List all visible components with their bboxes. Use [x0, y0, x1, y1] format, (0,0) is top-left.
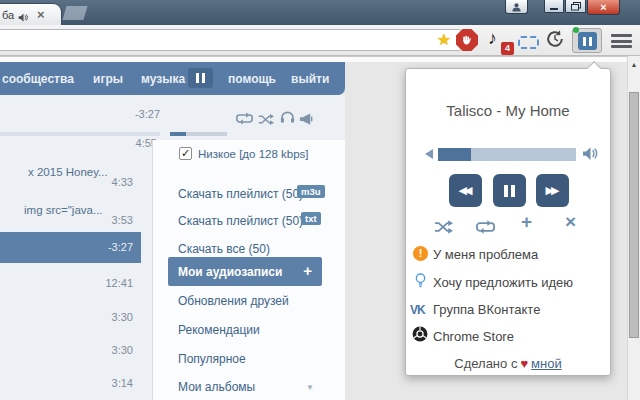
track-title[interactable]: x 2015 Honey...	[28, 166, 108, 178]
menu-item-my-albums[interactable]: Мои альбомы	[178, 380, 255, 394]
browser-toolbar: ★ ♪ 4	[0, 25, 640, 56]
pause-button[interactable]	[493, 174, 526, 207]
music-downloader-extension-icon[interactable]: ♪	[488, 28, 497, 49]
menu-item-recommendations[interactable]: Рекомендации	[178, 323, 260, 337]
forward-button[interactable]: ▶▶	[536, 174, 569, 207]
restore-icon	[571, 2, 581, 11]
browser-tab[interactable]: ба ×	[0, 3, 62, 26]
heart-icon: ♥	[517, 356, 531, 371]
track-duration: 4:33	[112, 176, 133, 188]
menu-item-label: Мои аудиозаписи	[178, 265, 282, 279]
player-time-remaining: -3:27	[135, 108, 160, 120]
browser-menu-button[interactable]	[611, 34, 632, 48]
refresh-checker-extension-icon[interactable]	[545, 29, 565, 53]
popup-footer: Сделано с♥мной	[406, 356, 610, 371]
playing-track-row[interactable]: -3:27	[0, 232, 141, 263]
track-duration: 3:14	[112, 377, 133, 389]
nav-item-help[interactable]: помощь	[228, 72, 276, 86]
page-scrollbar[interactable]: ▲	[627, 56, 640, 400]
volume-fill	[170, 132, 186, 136]
menu-item-popular[interactable]: Популярное	[178, 352, 246, 366]
tab-close-icon[interactable]: ×	[37, 7, 45, 22]
extension-badge: 4	[501, 42, 514, 55]
badge-m3u[interactable]: m3u	[297, 185, 325, 198]
menu-item-my-audio[interactable]: Мои аудиозаписи +	[168, 257, 322, 286]
scrollbar-thumb[interactable]	[629, 92, 639, 338]
volume-down-icon[interactable]	[425, 149, 433, 159]
track-duration: 3:53	[112, 214, 133, 226]
scroll-up-icon[interactable]: ▲	[628, 61, 640, 68]
bookmark-star-icon[interactable]: ★	[437, 30, 451, 49]
repeat-icon[interactable]	[476, 219, 495, 239]
menu-item-friends-updates[interactable]: Обновления друзей	[178, 294, 289, 308]
close-window-button[interactable]: ×	[587, 0, 620, 15]
vk-icon: VK	[410, 303, 425, 317]
window-titlebar: ба × ×	[0, 0, 640, 25]
forward-icon: ▶▶	[546, 184, 560, 197]
screenshot-extension-icon[interactable]	[518, 36, 539, 49]
playlist: 4:55 x 2015 Honey... 4:33 img src="java.…	[0, 140, 160, 400]
volume-fill	[438, 148, 471, 161]
headphones-icon[interactable]	[280, 110, 295, 128]
pause-icon	[504, 185, 508, 197]
player-progress-bar[interactable]	[0, 132, 160, 136]
chrome-icon	[412, 326, 428, 346]
warning-icon: !	[413, 246, 428, 261]
restore-button[interactable]	[565, 0, 586, 13]
track-title[interactable]: img src="java...	[24, 204, 103, 216]
footer-link[interactable]: мной	[531, 356, 562, 371]
menu-item-download-playlist-txt[interactable]: Скачать плейлист (50)	[178, 214, 303, 228]
broadcast-icon[interactable]	[299, 111, 314, 129]
person-icon	[511, 2, 522, 12]
profile-button[interactable]	[505, 0, 528, 14]
link-chrome-store[interactable]: Chrome Store	[433, 329, 514, 344]
rewind-button[interactable]: ◀◀	[449, 174, 482, 207]
shuffle-icon[interactable]	[258, 112, 274, 130]
vk-nav-bar: сообщества игры музыка помощь выйти	[0, 62, 345, 95]
badge-txt[interactable]: txt	[301, 212, 321, 225]
track-duration: 3:30	[112, 311, 133, 323]
idea-icon	[415, 272, 426, 293]
track-duration: 3:30	[112, 344, 133, 356]
close-icon[interactable]: ×	[565, 211, 576, 233]
link-vk-group[interactable]: Группа ВКонтакте	[433, 302, 540, 317]
quality-checkbox[interactable]: ✓	[179, 147, 192, 160]
shuffle-icon[interactable]	[434, 220, 453, 238]
track-time-remaining: -3:27	[108, 241, 133, 253]
minimize-icon	[550, 8, 558, 10]
popup-track-title: Talisco - My Home	[406, 102, 610, 119]
status-dot	[573, 27, 579, 33]
address-bar[interactable]: ★	[0, 29, 462, 51]
player-volume-slider[interactable]	[170, 132, 227, 136]
nav-item-music[interactable]: музыка	[141, 72, 185, 86]
rewind-icon: ◀◀	[459, 184, 473, 197]
link-report-problem[interactable]: У меня проблема	[433, 247, 538, 262]
nav-item-logout[interactable]: выйти	[291, 72, 329, 86]
download-menu: ✓ Низкое [до 128 kbps] Скачать плейлист …	[152, 140, 345, 400]
chevron-down-icon[interactable]: ▼	[306, 383, 314, 392]
hand-icon	[461, 34, 473, 46]
add-icon[interactable]: +	[521, 211, 532, 233]
minimize-button[interactable]	[544, 0, 564, 13]
menu-item-download-playlist-m3u[interactable]: Скачать плейлист (50)	[178, 187, 303, 201]
nav-item-communities[interactable]: сообщества	[2, 72, 74, 86]
new-tab-button[interactable]	[61, 6, 89, 20]
nav-item-games[interactable]: игры	[93, 72, 123, 86]
tab-title: ба	[2, 9, 14, 21]
footer-text: Сделано с	[454, 356, 517, 371]
popup-caret	[587, 61, 601, 75]
menu-item-download-all[interactable]: Скачать все (50)	[178, 242, 270, 256]
popup-volume-slider[interactable]	[438, 148, 576, 161]
extension-popup: Talisco - My Home ◀◀ ▶▶ + × ! У меня про…	[405, 68, 611, 376]
quality-label[interactable]: Низкое [до 128 kbps]	[198, 148, 309, 160]
repeat-icon[interactable]	[236, 111, 253, 130]
track-duration: 12:41	[105, 277, 133, 289]
link-suggest-idea[interactable]: Хочу предложить идею	[433, 275, 573, 290]
plus-icon[interactable]: +	[303, 262, 312, 279]
vk-music-extension-button[interactable]	[572, 28, 602, 53]
pause-icon	[578, 32, 597, 50]
nav-pause-button[interactable]	[188, 68, 213, 88]
volume-up-icon[interactable]	[582, 146, 599, 165]
vk-audio-page: -3:27 4:55 x 2015 Honey... 4:33 img src=…	[0, 95, 345, 400]
